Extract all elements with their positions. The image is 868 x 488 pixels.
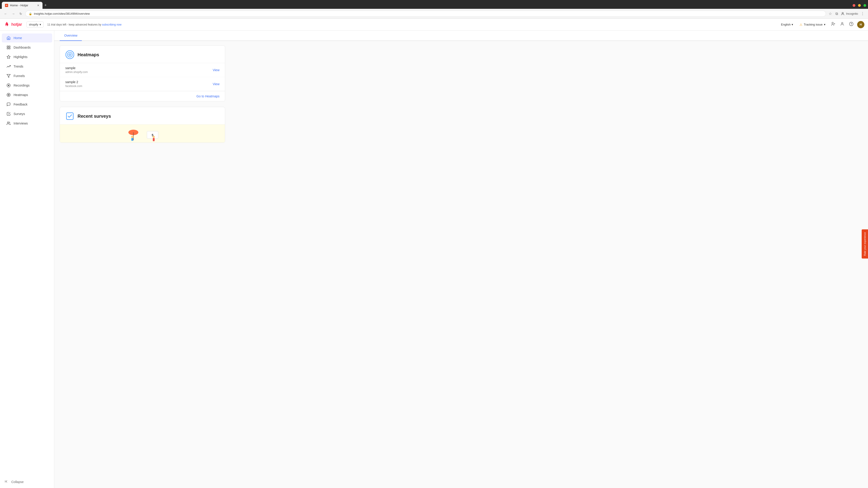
svg-point-16 xyxy=(7,122,9,123)
heatmap-url-0: admin.shopify.com xyxy=(65,70,213,74)
hotjar-flame-icon xyxy=(4,22,10,28)
new-tab-button[interactable]: + xyxy=(42,2,49,8)
tab-title: Home - Hotjar xyxy=(10,4,28,7)
browser-tab-bar: H Home - Hotjar ✕ + xyxy=(0,0,868,9)
language-selector[interactable]: English ▾ xyxy=(779,22,795,27)
heatmap-view-link-1[interactable]: View xyxy=(213,82,219,86)
window-minimize-button[interactable] xyxy=(858,4,861,7)
rate-experience-tab[interactable]: Rate your experience xyxy=(862,230,868,259)
top-tabs: Overview xyxy=(54,31,868,41)
svg-rect-31 xyxy=(153,138,155,141)
interviews-icon xyxy=(6,121,11,126)
language-label: English xyxy=(781,23,791,26)
subscribe-link[interactable]: subscribing now xyxy=(102,23,121,26)
language-chevron-icon: ▾ xyxy=(792,23,793,26)
heatmap-view-link-0[interactable]: View xyxy=(213,68,219,72)
tracking-label: Tracking issue xyxy=(804,23,823,26)
sidebar-item-highlights[interactable]: Highlights xyxy=(2,53,52,61)
reload-button[interactable]: ↻ xyxy=(18,11,24,17)
sections-container: Heatmaps sample admin.shopify.com View s… xyxy=(54,41,230,153)
svg-point-0 xyxy=(842,12,843,14)
app-wrapper: hotjar shopify ▾ 11 trial days left - ke… xyxy=(0,19,868,488)
app-header: hotjar shopify ▾ 11 trial days left - ke… xyxy=(0,19,868,31)
surveys-section-icon xyxy=(65,111,74,121)
surveys-section-header: Recent surveys xyxy=(60,107,225,125)
svg-rect-6 xyxy=(9,46,10,47)
go-to-heatmaps-link[interactable]: Go to Heatmaps xyxy=(196,94,219,98)
sidebar-home-label: Home xyxy=(13,36,22,40)
sidebar-trends-label: Trends xyxy=(13,65,23,68)
sidebar-item-trends[interactable]: Trends xyxy=(2,62,52,71)
tracking-chevron-icon: ▾ xyxy=(824,23,826,26)
trial-text: 11 trial days left - keep advanced featu… xyxy=(47,23,102,26)
site-name: shopify xyxy=(29,23,38,26)
heatmap-info-0: sample admin.shopify.com xyxy=(65,66,213,74)
sidebar-feedback-label: Feedback xyxy=(13,103,27,106)
feedback-icon xyxy=(6,102,11,107)
surveys-illustration: 5 xyxy=(120,125,165,142)
heatmaps-section-header: Heatmaps xyxy=(60,46,225,63)
funnels-icon xyxy=(6,74,11,78)
svg-marker-10 xyxy=(7,74,10,77)
help-button[interactable] xyxy=(848,21,855,28)
home-icon xyxy=(6,36,11,40)
heatmaps-icon xyxy=(6,93,11,97)
site-selector[interactable]: shopify ▾ xyxy=(26,22,43,28)
collapse-arrow-icon xyxy=(4,480,8,484)
surveys-section-card: Recent surveys xyxy=(60,107,225,143)
heatmap-url-1: facebook.com xyxy=(65,85,213,88)
address-bar[interactable]: 🔒 insights.hotjar.com/sites/3814994/over… xyxy=(25,11,826,17)
bookmark-button[interactable]: ☆ xyxy=(828,11,833,17)
svg-rect-8 xyxy=(9,48,10,49)
svg-point-30 xyxy=(153,136,155,138)
hotjar-logo: hotjar xyxy=(4,22,22,28)
tab-overview[interactable]: Overview xyxy=(60,31,82,41)
window-close-button[interactable] xyxy=(852,4,855,7)
sidebar-item-funnels[interactable]: Funnels xyxy=(2,71,52,80)
back-button[interactable]: ← xyxy=(3,11,8,17)
sidebar: Home Dashboards Highlights xyxy=(0,31,54,488)
svg-rect-7 xyxy=(7,48,8,49)
invite-users-button[interactable] xyxy=(830,21,836,28)
dashboards-icon xyxy=(6,45,11,50)
heatmaps-section-icon xyxy=(65,50,74,59)
active-tab[interactable]: H Home - Hotjar ✕ xyxy=(2,2,42,9)
svg-rect-27 xyxy=(131,138,133,141)
sidebar-item-interviews[interactable]: Interviews xyxy=(2,119,52,128)
window-maximize-button[interactable] xyxy=(864,4,866,7)
surveys-section-title: Recent surveys xyxy=(78,113,111,119)
sidebar-recordings-label: Recordings xyxy=(13,84,30,87)
svg-point-12 xyxy=(8,85,9,86)
forward-button[interactable]: → xyxy=(10,11,16,17)
sidebar-item-feedback[interactable]: Feedback xyxy=(2,100,52,109)
sidebar-item-recordings[interactable]: Recordings xyxy=(2,81,52,90)
tab-close-button[interactable]: ✕ xyxy=(37,4,39,7)
main-layout: Home Dashboards Highlights xyxy=(0,31,868,488)
sidebar-interviews-label: Interviews xyxy=(13,122,28,125)
highlights-icon xyxy=(6,55,11,59)
svg-rect-22 xyxy=(66,113,73,120)
sidebar-surveys-label: Surveys xyxy=(13,112,25,116)
url-text: insights.hotjar.com/sites/3814994/overvi… xyxy=(34,12,90,15)
svg-rect-5 xyxy=(7,46,8,47)
sidebar-funnels-label: Funnels xyxy=(13,74,25,78)
svg-point-1 xyxy=(832,22,833,24)
content-area: Overview Heatmaps xyxy=(54,31,868,488)
sidebar-item-dashboards[interactable]: Dashboards xyxy=(2,43,52,52)
extensions-button[interactable]: ⧉ xyxy=(835,11,839,17)
account-button[interactable] xyxy=(839,21,845,28)
menu-button[interactable]: ⋮ xyxy=(860,11,865,17)
sidebar-item-heatmaps[interactable]: Heatmaps xyxy=(2,90,52,99)
sidebar-item-home[interactable]: Home xyxy=(2,33,52,42)
avatar[interactable]: H xyxy=(857,21,864,28)
sidebar-collapse-button[interactable]: Collapse xyxy=(0,477,54,486)
sidebar-item-surveys[interactable]: Surveys xyxy=(2,109,52,119)
toolbar-actions: ☆ ⧉ Incognito ⋮ xyxy=(828,11,865,17)
trial-banner: 11 trial days left - keep advanced featu… xyxy=(47,23,779,26)
warning-icon: ⚠ xyxy=(800,23,802,26)
window-controls xyxy=(852,4,866,7)
sidebar-dashboards-label: Dashboards xyxy=(13,46,31,49)
surveys-icon xyxy=(6,111,11,116)
tracking-issue-button[interactable]: ⚠ Tracking issue ▾ xyxy=(798,22,827,27)
heatmap-item-1: sample 2 facebook.com View xyxy=(60,77,225,91)
